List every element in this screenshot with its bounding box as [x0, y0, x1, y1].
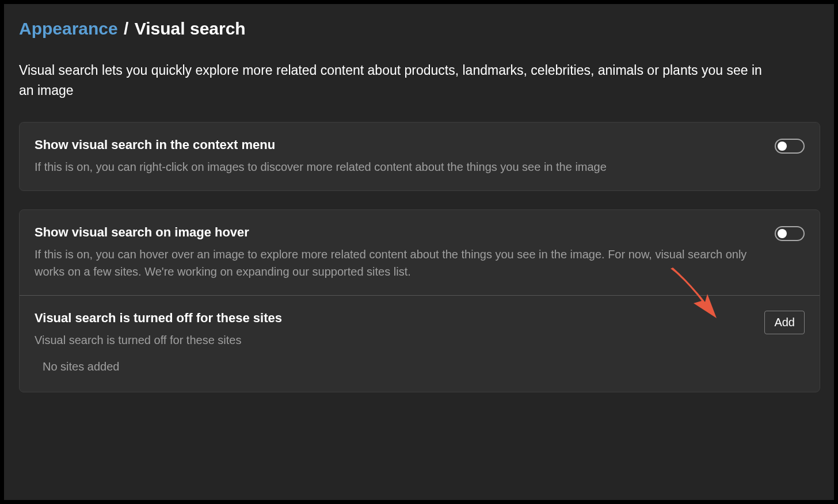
blocklist-row: Visual search is turned off for these si…: [20, 296, 820, 392]
context-menu-toggle[interactable]: [775, 139, 805, 154]
context-menu-title: Show visual search in the context menu: [35, 138, 752, 152]
context-menu-card: Show visual search in the context menu I…: [19, 122, 820, 191]
add-site-button[interactable]: Add: [764, 311, 805, 334]
hover-subtitle: If this is on, you can hover over an ima…: [35, 246, 752, 280]
breadcrumb-separator: /: [124, 19, 128, 38]
context-menu-row: Show visual search in the context menu I…: [20, 123, 820, 190]
hover-title: Show visual search on image hover: [35, 225, 752, 240]
settings-panel: Appearance / Visual search Visual search…: [3, 3, 835, 501]
breadcrumb-parent-link[interactable]: Appearance: [19, 19, 118, 38]
blocklist-empty-label: No sites added: [35, 349, 741, 377]
toggle-knob-icon: [778, 142, 787, 151]
hover-row: Show visual search on image hover If thi…: [20, 210, 820, 295]
hover-card: Show visual search on image hover If thi…: [19, 209, 820, 392]
blocklist-subtitle: Visual search is turned off for these si…: [35, 331, 741, 349]
hover-toggle[interactable]: [775, 226, 805, 241]
context-menu-subtitle: If this is on, you can right-click on im…: [35, 158, 752, 175]
page-description: Visual search lets you quickly explore m…: [19, 60, 773, 101]
breadcrumb: Appearance / Visual search: [19, 18, 820, 40]
blocklist-title: Visual search is turned off for these si…: [35, 311, 741, 326]
toggle-knob-icon: [778, 229, 787, 238]
breadcrumb-current: Visual search: [135, 19, 246, 38]
